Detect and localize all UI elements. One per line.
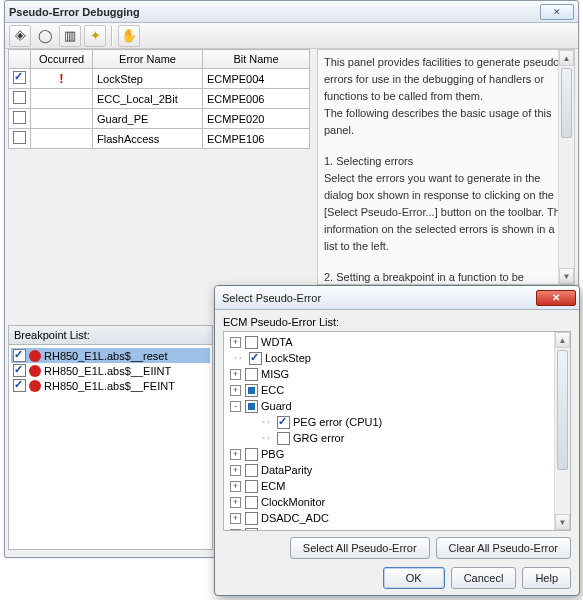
toolbar-button-3[interactable]: ▥	[59, 25, 81, 47]
row-checkbox[interactable]	[13, 71, 26, 84]
breakpoint-item[interactable]: RH850_E1L.abs$__EIINT	[11, 363, 210, 378]
tree-checkbox[interactable]	[245, 336, 258, 349]
clear-all-button[interactable]: Clear All Pseudo-Error	[436, 537, 571, 559]
tree-checkbox[interactable]	[245, 464, 258, 477]
scroll-up-icon[interactable]: ▲	[555, 332, 570, 348]
row-checkbox[interactable]	[13, 111, 26, 124]
error-table-header: Occurred Error Name Bit Name	[9, 50, 310, 69]
tree-label: WDTA	[258, 336, 293, 348]
select-pseudo-error-button[interactable]: 🞛	[9, 25, 31, 47]
error-table-area: Occurred Error Name Bit Name !LockStepEC…	[8, 49, 310, 319]
tree-node[interactable]: +PBG	[226, 446, 568, 462]
tree-checkbox[interactable]	[245, 512, 258, 525]
tree-node[interactable]: +ClockMonitor	[226, 494, 568, 510]
tree-checkbox[interactable]	[277, 432, 290, 445]
tree-node[interactable]: +MISG	[226, 366, 568, 382]
pseudo-error-tree[interactable]: +WDTA··LockStep+MISG+ECC-Guard··PEG erro…	[223, 331, 571, 531]
cancel-button[interactable]: Cancecl	[451, 567, 517, 589]
toolbar-button-5[interactable]: ✋	[118, 25, 140, 47]
tree-node[interactable]: ··GRG error	[226, 430, 568, 446]
tree-expander-icon[interactable]: +	[230, 337, 241, 348]
tree-expander-icon[interactable]: +	[230, 465, 241, 476]
tree-scrollbar[interactable]: ▲ ▼	[554, 332, 570, 530]
scroll-thumb[interactable]	[561, 68, 572, 138]
occurred-cell	[31, 89, 93, 109]
breakpoint-panel: Breakpoint List: RH850_E1L.abs$__resetRH…	[8, 325, 213, 550]
table-row[interactable]: Guard_PEECMPE020	[9, 109, 310, 129]
tree-expander-icon[interactable]: +	[230, 529, 241, 532]
dialog-titlebar[interactable]: Select Pseudo-Error ✕	[215, 286, 579, 310]
breakpoint-list: RH850_E1L.abs$__resetRH850_E1L.abs$__EII…	[9, 345, 212, 396]
table-row[interactable]: ECC_Local_2BitECMPE006	[9, 89, 310, 109]
col-check[interactable]	[9, 50, 31, 69]
error-name-cell: LockStep	[93, 69, 203, 89]
tree-node[interactable]: +ECC	[226, 382, 568, 398]
bit-name-cell: ECMPE020	[203, 109, 310, 129]
tree-label: Guard	[258, 400, 292, 412]
breakpoint-checkbox[interactable]	[13, 379, 26, 392]
bit-name-cell: ECMPE106	[203, 129, 310, 149]
tree-expander-icon[interactable]: +	[230, 369, 241, 380]
tree-node[interactable]: -Guard	[226, 398, 568, 414]
col-occurred[interactable]: Occurred	[31, 50, 93, 69]
scrollbar[interactable]: ▲ ▼	[558, 50, 574, 284]
tree-expander-icon[interactable]: +	[230, 513, 241, 524]
tree-expander-icon[interactable]: -	[230, 401, 241, 412]
tree-checkbox[interactable]	[245, 368, 258, 381]
scroll-thumb[interactable]	[557, 350, 568, 470]
col-error-name[interactable]: Error Name	[93, 50, 203, 69]
tree-checkbox[interactable]	[249, 352, 262, 365]
toolbar-separator	[111, 26, 113, 46]
breakpoint-label: RH850_E1L.abs$__FEINT	[44, 380, 175, 392]
tree-node[interactable]: +Flash	[226, 526, 568, 531]
table-row[interactable]: !LockStepECMPE004	[9, 69, 310, 89]
tree-line: ··	[258, 433, 273, 444]
tree-checkbox[interactable]	[245, 528, 258, 532]
table-row[interactable]: FlashAccessECMPE106	[9, 129, 310, 149]
help-heading: 1. Selecting errors	[324, 153, 568, 170]
tree-checkbox[interactable]	[277, 416, 290, 429]
tree-checkbox[interactable]	[245, 480, 258, 493]
row-checkbox[interactable]	[13, 131, 26, 144]
tree-checkbox[interactable]	[245, 400, 258, 413]
ok-button[interactable]: OK	[383, 567, 445, 589]
tree-expander-icon[interactable]: +	[230, 385, 241, 396]
help-button[interactable]: Help	[522, 567, 571, 589]
col-bit-name[interactable]: Bit Name	[203, 50, 310, 69]
breakpoint-icon	[29, 365, 41, 377]
tree-checkbox[interactable]	[245, 384, 258, 397]
tree-node[interactable]: +WDTA	[226, 334, 568, 350]
breakpoint-item[interactable]: RH850_E1L.abs$__reset	[11, 348, 210, 363]
tree-checkbox[interactable]	[245, 496, 258, 509]
breakpoint-checkbox[interactable]	[13, 364, 26, 377]
tree-label: ECM	[258, 480, 285, 492]
select-all-button[interactable]: Select All Pseudo-Error	[290, 537, 430, 559]
tree-node[interactable]: ··LockStep	[226, 350, 568, 366]
row-checkbox[interactable]	[13, 91, 26, 104]
breakpoint-checkbox[interactable]	[13, 349, 26, 362]
scroll-up-icon[interactable]: ▲	[559, 50, 574, 66]
tree-label: ClockMonitor	[258, 496, 325, 508]
tree-expander-icon[interactable]: +	[230, 449, 241, 460]
close-button[interactable]: ✕	[540, 4, 574, 20]
scroll-down-icon[interactable]: ▼	[559, 268, 574, 284]
scroll-down-icon[interactable]: ▼	[555, 514, 570, 530]
tree-node[interactable]: ··PEG error (CPU1)	[226, 414, 568, 430]
toolbar-button-2[interactable]: ◯	[34, 25, 56, 47]
tree-node[interactable]: +DataParity	[226, 462, 568, 478]
tree-checkbox[interactable]	[245, 448, 258, 461]
breakpoint-label: RH850_E1L.abs$__reset	[44, 350, 168, 362]
tree-line: ··	[230, 353, 245, 364]
tree-node[interactable]: +ECM	[226, 478, 568, 494]
toolbar-button-4[interactable]: ✦	[84, 25, 106, 47]
toolbar: 🞛 ◯ ▥ ✦ ✋	[5, 23, 578, 49]
titlebar[interactable]: Pseudo-Error Debugging ✕	[5, 1, 578, 23]
tree-node[interactable]: +DSADC_ADC	[226, 510, 568, 526]
occurred-cell	[31, 109, 93, 129]
breakpoint-label: RH850_E1L.abs$__EIINT	[44, 365, 171, 377]
tree-expander-icon[interactable]: +	[230, 497, 241, 508]
error-table: Occurred Error Name Bit Name !LockStepEC…	[8, 49, 310, 149]
dialog-close-button[interactable]: ✕	[536, 290, 576, 306]
breakpoint-item[interactable]: RH850_E1L.abs$__FEINT	[11, 378, 210, 393]
tree-expander-icon[interactable]: +	[230, 481, 241, 492]
